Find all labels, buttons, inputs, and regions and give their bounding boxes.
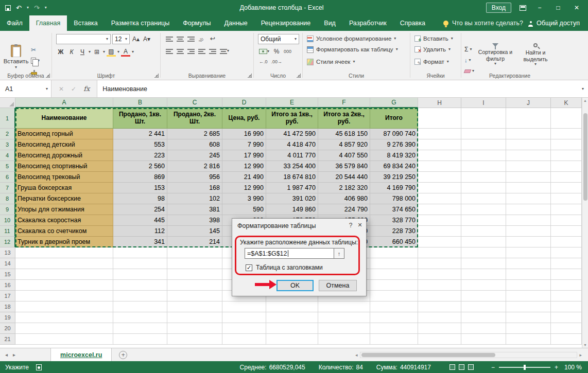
cell-J7[interactable]: [506, 183, 551, 193]
row-header-10[interactable]: 10: [0, 215, 15, 226]
cell-I9[interactable]: [461, 204, 506, 215]
cell-J8[interactable]: [506, 193, 551, 204]
sort-filter-button[interactable]: Сортировка и фильтр ▾: [476, 43, 514, 75]
cell-A7[interactable]: Груша боксерская: [15, 183, 113, 193]
cell-G5[interactable]: 69 834 240: [370, 161, 418, 172]
zoom-in-icon[interactable]: +: [555, 364, 558, 371]
cell-H12[interactable]: [418, 237, 461, 247]
sign-in-button[interactable]: Вход: [486, 3, 511, 13]
cell-F3[interactable]: 4 857 920: [318, 139, 370, 150]
cell-K1[interactable]: [551, 108, 582, 129]
cell-G19[interactable]: [370, 312, 418, 323]
cell-B19[interactable]: [113, 312, 167, 323]
cell-G17[interactable]: [370, 291, 418, 301]
confirm-entry-icon[interactable]: ✓: [71, 85, 76, 93]
alignment-dialog-launcher-icon[interactable]: [248, 74, 252, 78]
tab-formulas[interactable]: Формулы: [176, 15, 217, 31]
cell-H21[interactable]: [418, 334, 461, 345]
tab-data[interactable]: Данные: [218, 15, 254, 31]
cell-K10[interactable]: [551, 215, 582, 226]
row-header-5[interactable]: 5: [0, 161, 15, 172]
row-header-1[interactable]: 1: [0, 108, 15, 129]
cell-A1[interactable]: Наименование: [15, 108, 113, 129]
cell-G2[interactable]: 87 090 740: [370, 129, 418, 139]
column-header-F[interactable]: F: [318, 98, 370, 108]
cell-I12[interactable]: [461, 237, 506, 247]
cell-I16[interactable]: [461, 280, 506, 291]
cell-D7[interactable]: 12 990: [222, 183, 266, 193]
tab-insert[interactable]: Вставка: [67, 15, 104, 31]
range-input[interactable]: =$A$1:$G$12: [245, 248, 334, 259]
cell-D3[interactable]: 7 990: [222, 139, 266, 150]
cell-A3[interactable]: Велосипед детский: [15, 139, 113, 150]
clipboard-dialog-launcher-icon[interactable]: [46, 74, 50, 78]
cell-C20[interactable]: [167, 323, 222, 334]
name-box[interactable]: A1 ▾: [0, 80, 51, 97]
cell-G11[interactable]: 228 730: [370, 226, 418, 237]
cell-H18[interactable]: [418, 301, 461, 312]
cell-B14[interactable]: [113, 258, 167, 269]
cell-A20[interactable]: [15, 323, 113, 334]
borders-button[interactable]: ⊞: [92, 47, 101, 57]
row-header-3[interactable]: 3: [0, 139, 15, 150]
cell-I17[interactable]: [461, 291, 506, 301]
undo-dropdown-icon[interactable]: ▾: [27, 6, 29, 10]
cell-E21[interactable]: [266, 334, 318, 345]
cell-A17[interactable]: [15, 291, 113, 301]
zoom-slider-thumb[interactable]: [524, 365, 526, 370]
table-has-headers-checkbox[interactable]: ✓ Таблица с заголовками: [246, 264, 323, 271]
cell-J13[interactable]: [506, 247, 551, 258]
cell-G10[interactable]: 328 770: [370, 215, 418, 226]
cell-C15[interactable]: [167, 269, 222, 280]
hscroll-left-icon[interactable]: ◂: [355, 352, 358, 358]
cell-A12[interactable]: Турник в дверной проем: [15, 237, 113, 247]
cell-B11[interactable]: 112: [113, 226, 167, 237]
cell-J4[interactable]: [506, 150, 551, 161]
cell-K3[interactable]: [551, 139, 582, 150]
cell-G20[interactable]: [370, 323, 418, 334]
cell-I20[interactable]: [461, 323, 506, 334]
tab-review[interactable]: Рецензирование: [254, 15, 318, 31]
cell-D1[interactable]: Цена, руб.: [222, 108, 266, 129]
cell-K13[interactable]: [551, 247, 582, 258]
cell-A2[interactable]: Велосипед горный: [15, 129, 113, 139]
cell-K12[interactable]: [551, 237, 582, 247]
paste-button[interactable]: Вставить ▾: [4, 44, 28, 76]
tab-help[interactable]: Справка: [393, 15, 432, 31]
cell-I1[interactable]: [461, 108, 506, 129]
align-top-button[interactable]: [165, 34, 174, 43]
cell-C6[interactable]: 956: [167, 172, 222, 183]
cell-G12[interactable]: 660 450: [370, 237, 418, 247]
cell-G4[interactable]: 8 419 320: [370, 150, 418, 161]
page-break-view-icon[interactable]: [468, 364, 474, 370]
tab-view[interactable]: Вид: [317, 15, 342, 31]
new-sheet-button[interactable]: +: [119, 351, 127, 359]
cell-H14[interactable]: [418, 258, 461, 269]
cell-C18[interactable]: [167, 301, 222, 312]
cell-B15[interactable]: [113, 269, 167, 280]
cell-K9[interactable]: [551, 204, 582, 215]
cell-A16[interactable]: [15, 280, 113, 291]
name-box-dropdown-icon[interactable]: ▾: [46, 87, 48, 91]
row-header-2[interactable]: 2: [0, 129, 15, 139]
cell-E20[interactable]: [266, 323, 318, 334]
cell-J15[interactable]: [506, 269, 551, 280]
ribbon-display-options-icon[interactable]: [520, 5, 526, 11]
cell-I19[interactable]: [461, 312, 506, 323]
cell-C17[interactable]: [167, 291, 222, 301]
accounting-format-button[interactable]: ▾: [258, 47, 270, 56]
cell-B10[interactable]: 445: [113, 215, 167, 226]
increase-indent-button[interactable]: [208, 46, 217, 56]
cell-B12[interactable]: 341: [113, 237, 167, 247]
cell-H4[interactable]: [418, 150, 461, 161]
row-header-12[interactable]: 12: [0, 237, 15, 247]
sheet-tab-microexcel[interactable]: microexcel.ru: [50, 348, 112, 361]
column-header-I[interactable]: I: [461, 98, 506, 108]
cell-H1[interactable]: [418, 108, 461, 129]
decrease-indent-button[interactable]: [197, 46, 206, 56]
number-format-combo[interactable]: Общий▾: [258, 34, 299, 44]
cell-C2[interactable]: 2 685: [167, 129, 222, 139]
cell-D4[interactable]: 17 990: [222, 150, 266, 161]
row-header-16[interactable]: 16: [0, 280, 15, 291]
cell-D2[interactable]: 16 990: [222, 129, 266, 139]
